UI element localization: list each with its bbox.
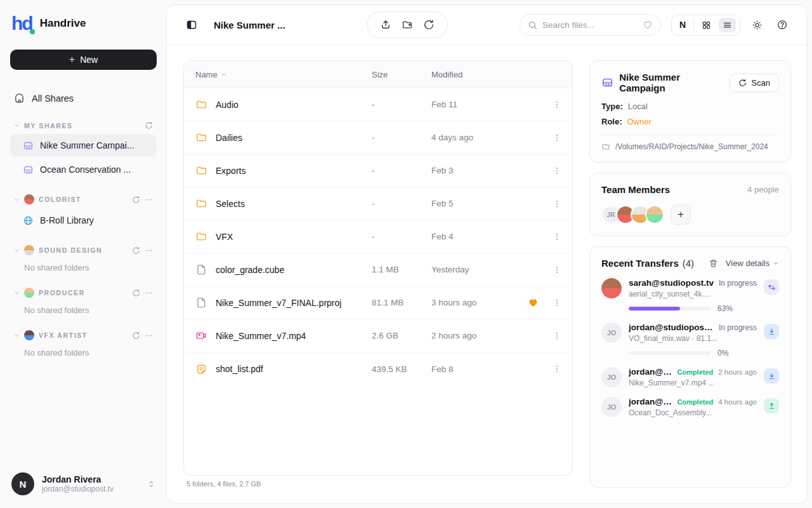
row-menu-button[interactable] <box>544 100 561 109</box>
more-icon[interactable] <box>145 289 153 297</box>
chevron-down-icon[interactable] <box>14 333 20 338</box>
grid-icon <box>702 20 711 30</box>
sidebar-toggle-button[interactable] <box>183 17 200 33</box>
handrive-logo: hd <box>11 14 32 33</box>
sidebar: hd Handrive + New All Shares MY SHARES N… <box>0 0 167 508</box>
help-button[interactable] <box>774 17 790 33</box>
sort-letter[interactable]: N <box>676 20 690 30</box>
section-my-shares: MY SHARES <box>14 121 153 130</box>
chevron-down-icon[interactable] <box>14 123 20 128</box>
sidebar-item-ocean-conservation[interactable]: Ocean Conservation ... <box>10 158 157 181</box>
upload-transfer-button[interactable] <box>764 398 779 413</box>
row-menu-button[interactable] <box>544 166 561 175</box>
favorite-heart-icon[interactable] <box>528 297 539 308</box>
arrows-left-right-icon <box>768 283 776 291</box>
vfx-artist-avatar <box>24 330 34 340</box>
sidebar-item-nike-summer[interactable]: Nike Summer Campai... <box>10 134 157 157</box>
more-icon[interactable] <box>145 246 153 255</box>
row-menu-button[interactable] <box>544 133 561 142</box>
transfer-user: jordan@st... <box>629 367 672 377</box>
refresh-icon[interactable] <box>145 121 153 130</box>
section-vfx-artist: VFX ARTIST <box>14 330 153 340</box>
refresh-icon[interactable] <box>132 246 140 255</box>
refresh-button[interactable] <box>421 17 437 33</box>
row-menu-button[interactable] <box>544 331 561 340</box>
video-file-icon <box>195 330 207 342</box>
row-menu-button[interactable] <box>544 232 561 241</box>
chevron-down-icon[interactable] <box>14 290 20 296</box>
transfer-avatar-jo: JO <box>601 367 622 387</box>
transfer-item[interactable]: JO jordan@studiopost.tv In progress VO_f… <box>601 323 779 358</box>
file-row-nike-summer-prproj[interactable]: Nike_Summer_v7_FINAL.prproj 81.1 MB 3 ho… <box>184 286 572 319</box>
file-row-shot-list-pdf[interactable]: shot_list.pdf 439.5 KB Feb 8 <box>184 352 572 385</box>
current-folder-title: Nike Summer ... <box>214 20 285 30</box>
sync-transfer-button[interactable] <box>764 279 779 295</box>
transfer-status: In progress <box>719 323 757 332</box>
file-row-selects[interactable]: Selects - Feb 5 <box>184 187 572 220</box>
download-transfer-button[interactable] <box>764 368 779 384</box>
column-name[interactable]: Name <box>195 70 372 79</box>
transfer-status: In progress <box>719 279 757 288</box>
row-menu-button[interactable] <box>544 265 561 274</box>
file-row-vfx[interactable]: VFX - Feb 4 <box>184 220 572 253</box>
file-row-nike-summer-mp4[interactable]: Nike_Summer_v7.mp4 2.6 GB 2 hours ago <box>184 319 572 352</box>
row-menu-button[interactable] <box>544 298 561 307</box>
files-summary: 5 folders, 4 files, 2.7 GB <box>187 480 573 488</box>
column-size[interactable]: Size <box>372 70 431 79</box>
transfer-status: Completed <box>677 398 713 406</box>
recent-transfers-card: Recent Transfers (4) View details <box>589 246 791 488</box>
transfer-user: jordan@studiopost.tv <box>629 323 714 332</box>
sidebar-item-broll-library[interactable]: B-Roll Library <box>10 209 157 232</box>
new-button[interactable]: + New <box>10 50 157 70</box>
plus-icon: + <box>69 54 75 65</box>
view-details-button[interactable]: View details <box>726 258 779 268</box>
more-icon[interactable] <box>145 331 153 340</box>
upload-icon <box>380 19 391 30</box>
refresh-icon[interactable] <box>132 331 140 340</box>
file-row-exports[interactable]: Exports - Feb 3 <box>184 154 572 187</box>
scan-button[interactable]: Scan <box>730 74 779 92</box>
grid-view-button[interactable] <box>698 18 715 32</box>
transfer-time: 2 hours ago <box>718 368 757 376</box>
row-menu-button[interactable] <box>544 199 561 208</box>
search-icon <box>528 20 537 30</box>
transfer-progress: 63% <box>629 304 757 313</box>
add-member-button[interactable]: + <box>671 204 691 225</box>
refresh-icon[interactable] <box>132 196 140 204</box>
column-modified[interactable]: Modified <box>431 70 522 79</box>
download-transfer-button[interactable] <box>764 324 779 339</box>
row-menu-button[interactable] <box>544 364 561 373</box>
transfer-item[interactable]: JO jordan@st... Completed 4 hours ago Oc… <box>601 397 779 417</box>
chevron-down-icon[interactable] <box>14 248 20 253</box>
brand-name: Handrive <box>40 17 86 30</box>
chevron-down-icon[interactable] <box>14 197 20 203</box>
new-folder-button[interactable] <box>399 17 416 33</box>
chevrons-up-down-icon[interactable] <box>147 480 155 488</box>
refresh-icon[interactable] <box>132 289 140 297</box>
more-icon[interactable] <box>145 196 153 204</box>
list-view-button[interactable] <box>719 18 736 32</box>
sun-icon <box>752 20 763 30</box>
file-table: Name Size Modified Audio - Feb 11 Dai <box>183 60 573 476</box>
sidebar-item-all-shares[interactable]: All Shares <box>10 88 157 109</box>
search-input[interactable] <box>542 20 638 30</box>
sound-design-avatar <box>24 245 34 255</box>
user-account[interactable]: N Jordan Rivera jordan@studiopost.tv <box>10 469 157 495</box>
transfer-status: Completed <box>677 368 713 376</box>
heart-filter-icon[interactable] <box>643 20 653 30</box>
content-area: Name Size Modified Audio - Feb 11 Dai <box>167 45 807 503</box>
globe-icon <box>23 215 34 226</box>
member-avatar-man-glasses-emoji[interactable] <box>645 205 664 224</box>
theme-toggle-button[interactable] <box>749 17 765 33</box>
file-row-dailies[interactable]: Dailies - 4 days ago <box>184 121 572 154</box>
transfer-item[interactable]: sarah@studiopost.tv In progress aerial_c… <box>601 278 779 313</box>
share-title: Nike Summer Campaign <box>619 72 724 93</box>
transfer-item[interactable]: JO jordan@st... Completed 2 hours ago Ni… <box>601 367 779 387</box>
transfer-file: Ocean_Doc_Assembly... <box>629 408 757 417</box>
kebab-icon <box>553 364 561 373</box>
file-row-color-grade-cube[interactable]: color_grade.cube 1.1 MB Yesterday <box>184 253 572 286</box>
file-row-audio[interactable]: Audio - Feb 11 <box>184 88 572 121</box>
upload-button[interactable] <box>377 17 394 33</box>
trash-icon[interactable] <box>709 258 718 268</box>
transfer-avatar-jo: JO <box>601 323 622 343</box>
